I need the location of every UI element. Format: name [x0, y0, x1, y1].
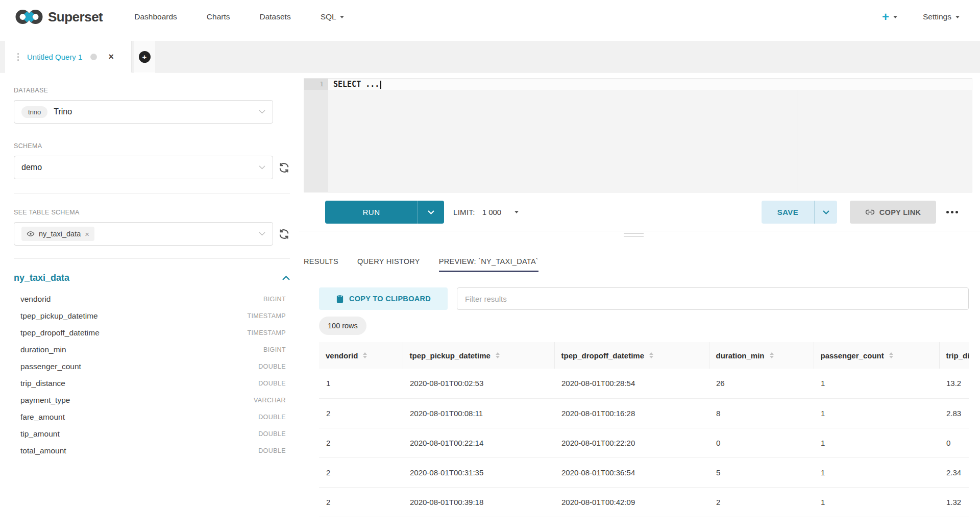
table-select[interactable]: ny_taxi_data ×	[14, 222, 273, 246]
toolbar-separator	[299, 231, 980, 231]
add-tab-button[interactable]: +	[139, 51, 151, 63]
run-query-split-button: RUN	[325, 201, 444, 224]
sidebar-divider	[14, 258, 290, 259]
table-row: 2 2020-08-01T00:22:14 2020-08-01T00:22:2…	[319, 428, 969, 457]
close-tab-icon[interactable]: ×	[108, 52, 114, 61]
column-row: tip_amount DOUBLE	[14, 425, 286, 442]
chevron-down-icon	[428, 210, 434, 214]
nav-dashboards[interactable]: Dashboards	[134, 12, 177, 21]
brand-name: Superset	[48, 9, 103, 25]
header-duration-min[interactable]: duration_min	[709, 342, 814, 369]
column-row: total_amount DOUBLE	[14, 442, 286, 459]
save-button[interactable]: SAVE	[762, 201, 814, 224]
header-vendorid[interactable]: vendorid	[319, 342, 403, 369]
caret-down-icon	[893, 16, 897, 18]
column-row: tpep_pickup_datetime TIMESTAMP	[14, 307, 286, 324]
filter-results-input[interactable]	[457, 287, 969, 310]
nav-right: + Settings	[882, 11, 960, 23]
sort-arrows-icon	[649, 352, 653, 358]
schema-value: demo	[21, 163, 42, 172]
refresh-tables-button[interactable]	[278, 228, 290, 240]
column-row: vendorid BIGINT	[14, 291, 286, 307]
table-title: ny_taxi_data	[14, 273, 69, 283]
top-navbar: Superset Dashboards Charts Datasets SQL …	[0, 0, 980, 41]
database-select[interactable]: trino Trino	[14, 100, 273, 124]
refresh-icon	[278, 161, 290, 174]
sqllab-sidebar: DATABASE trino Trino SCHEMA demo	[5, 72, 299, 532]
selected-table-name: ny_taxi_data	[39, 230, 81, 238]
header-tpep-dropoff-datetime[interactable]: tpep_dropoff_datetime	[554, 342, 709, 369]
nav-datasets[interactable]: Datasets	[260, 12, 291, 21]
header-passenger-count[interactable]: passenger_count	[814, 342, 939, 369]
column-list: vendorid BIGINT tpep_pickup_datetime TIM…	[14, 291, 286, 459]
table-row: 2 2020-08-01T00:39:18 2020-08-01T00:42:0…	[319, 487, 969, 517]
nav-sql-menu[interactable]: SQL	[321, 12, 344, 21]
text-cursor	[380, 81, 381, 89]
drag-handle-icon[interactable]	[17, 53, 19, 61]
editor-print-margin	[797, 90, 797, 192]
results-table-container: vendorid tpep_pickup_datetime tpep_dropo…	[319, 342, 969, 532]
tab-preview-ny-taxi-data[interactable]: PREVIEW: `NY_TAXI_DATA`	[439, 257, 538, 272]
refresh-schemas-button[interactable]	[278, 161, 290, 174]
database-label: DATABASE	[14, 87, 299, 94]
query-tab-active[interactable]: Untitled Query 1 ×	[5, 41, 132, 72]
remove-table-icon[interactable]: ×	[85, 230, 89, 238]
new-item-menu[interactable]: +	[882, 11, 897, 23]
nav-charts[interactable]: Charts	[207, 12, 230, 21]
sort-arrows-icon	[770, 352, 774, 358]
link-icon	[865, 207, 875, 217]
results-table: vendorid tpep_pickup_datetime tpep_dropo…	[319, 342, 969, 517]
table-schema-header: ny_taxi_data	[14, 273, 290, 283]
tab-query-history[interactable]: QUERY HISTORY	[357, 257, 420, 272]
chevron-down-icon	[823, 210, 829, 214]
column-row: trip_distance DOUBLE	[14, 375, 286, 392]
column-row: duration_min BIGINT	[14, 341, 286, 358]
limit-label: LIMIT:	[453, 208, 475, 216]
result-tabs: RESULTS QUERY HISTORY PREVIEW: `NY_TAXI_…	[304, 240, 538, 272]
chevron-up-icon	[282, 276, 290, 280]
tab-results[interactable]: RESULTS	[304, 257, 338, 272]
header-tpep-pickup-datetime[interactable]: tpep_pickup_datetime	[403, 342, 554, 369]
superset-infinity-icon	[15, 9, 43, 25]
eye-icon	[27, 230, 35, 238]
ellipsis-icon	[951, 211, 953, 213]
clipboard-icon	[336, 295, 344, 303]
save-split-button: SAVE	[762, 201, 837, 224]
row-count-badge: 100 rows	[319, 317, 366, 335]
chevron-down-icon	[259, 110, 265, 114]
caret-down-icon[interactable]	[514, 211, 519, 213]
editor-active-line: SELECT ...	[328, 79, 972, 90]
caret-down-icon	[955, 16, 960, 18]
sql-code-editor[interactable]: 1 SELECT ...	[304, 78, 972, 192]
schema-label: SCHEMA	[14, 142, 299, 150]
table-schema-label: SEE TABLE SCHEMA	[14, 209, 299, 216]
schema-select[interactable]: demo	[14, 156, 273, 179]
table-row: 1 2020-08-01T00:02:53 2020-08-01T00:28:5…	[319, 369, 969, 398]
sort-arrows-icon	[496, 352, 500, 358]
pane-resize-handle[interactable]	[624, 233, 644, 239]
superset-logo[interactable]: Superset	[15, 9, 103, 25]
table-row: 2 2020-08-01T00:31:35 2020-08-01T00:36:5…	[319, 457, 969, 487]
column-row: tpep_dropoff_datetime TIMESTAMP	[14, 324, 286, 341]
superset-sql-lab: Superset Dashboards Charts Datasets SQL …	[0, 0, 980, 532]
column-row: fare_amount DOUBLE	[14, 408, 286, 425]
run-button[interactable]: RUN	[325, 201, 418, 224]
limit-value: 1 000	[482, 208, 502, 216]
ellipsis-icon	[946, 211, 949, 213]
limit-control[interactable]: LIMIT: 1 000	[453, 201, 519, 224]
database-backend-pill: trino	[21, 106, 47, 118]
sort-arrows-icon	[889, 352, 893, 358]
copy-link-button[interactable]: COPY LINK	[850, 201, 936, 224]
header-trip-distance[interactable]: trip_distance	[939, 342, 969, 369]
sort-arrows-icon	[363, 352, 367, 358]
query-tab-label: Untitled Query 1	[27, 53, 82, 61]
save-options-button[interactable]	[814, 201, 837, 224]
run-options-button[interactable]	[418, 201, 444, 224]
copy-to-clipboard-button[interactable]: COPY TO CLIPBOARD	[319, 287, 448, 310]
database-value: Trino	[54, 107, 72, 116]
query-tab-strip: Untitled Query 1 × +	[0, 41, 980, 72]
table-header-row: vendorid tpep_pickup_datetime tpep_dropo…	[319, 342, 969, 369]
collapse-table-button[interactable]	[282, 276, 290, 280]
settings-menu[interactable]: Settings	[923, 12, 960, 21]
more-options-button[interactable]	[941, 201, 963, 224]
